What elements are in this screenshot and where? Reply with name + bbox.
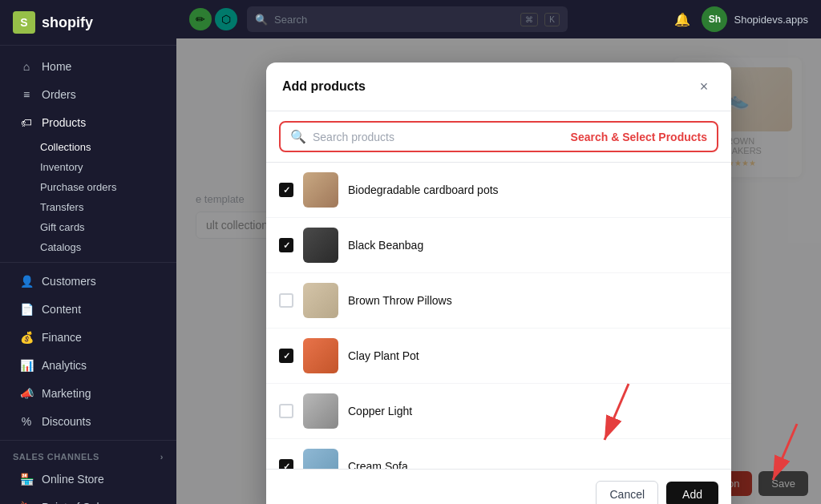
content-area: 👟 BROWNSNEAKERS ★★★★★ e template ult col… [176,38,821,504]
pos-icon: 🔖 [19,500,34,504]
sidebar-item-marketing[interactable]: 📣 Marketing [6,380,170,407]
sidebar-item-products[interactable]: 🏷 Products [6,109,170,136]
sidebar: S shopify ⌂ Home ≡ Orders 🏷 Products Col… [0,0,176,504]
product-item[interactable]: Black Beanbag [266,218,731,273]
sidebar-item-home[interactable]: ⌂ Home [6,53,170,80]
product-name: Brown Throw Pillows [348,294,452,307]
sidebar-item-finance[interactable]: 💰 Finance [6,324,170,351]
product-image [303,228,338,263]
sidebar-sub-item-catalogs[interactable]: Catalogs [34,237,176,257]
sidebar-item-content[interactable]: 📄 Content [6,296,170,323]
topbar: ✏ ⬡ 🔍 ⌘ K 🔔 Sh Shopidevs.apps [176,0,821,38]
kbd-cmd: ⌘ [520,13,538,26]
product-image [303,449,338,469]
product-image [303,393,338,429]
kbd-k: K [544,13,560,26]
search-icon: 🔍 [290,129,306,144]
product-name: Copper Light [348,405,412,417]
product-name: Black Beanbag [348,239,423,252]
topbar-search[interactable]: 🔍 ⌘ K [247,6,568,32]
modal-search-area: 🔍 Search & Select Products [266,111,731,163]
marketing-icon: 📣 [19,386,34,401]
search-icon: 🔍 [255,14,268,26]
sidebar-item-discounts[interactable]: % Discounts [6,408,170,435]
finance-label: Finance [42,331,82,344]
search-input[interactable] [274,14,514,26]
marketing-label: Marketing [42,387,91,400]
sales-channels-title: Sales channels [13,452,99,462]
modal-header: Add products × [266,62,731,111]
product-name: Clay Plant Pot [348,349,419,362]
product-image [303,338,338,373]
discounts-icon: % [19,414,34,429]
product-item[interactable]: Biodegradable cardboard pots [266,163,731,218]
add-products-modal: Add products × 🔍 Search & Select Product… [266,62,731,504]
product-image [303,172,338,208]
expand-icon[interactable]: › [160,452,164,462]
notification-icon[interactable]: 🔔 [669,6,695,32]
product-list: Biodegradable cardboard potsBlack Beanba… [266,163,731,469]
sidebar-sub-item-transfers[interactable]: Transfers [34,197,176,217]
ext-icon-green[interactable]: ✏ [189,8,212,30]
analytics-icon: 📊 [19,358,34,373]
sidebar-item-point-of-sale[interactable]: 🔖 Point of Sale [6,494,170,504]
product-name: Cream Sofa [348,460,408,469]
topbar-icons: 🔔 Sh Shopidevs.apps [669,6,808,32]
modal-footer: Cancel Add [266,469,731,504]
sidebar-sub-item-purchase-orders[interactable]: Purchase orders [34,177,176,197]
product-checkbox[interactable] [279,404,293,418]
orders-icon: ≡ [19,87,34,102]
search-select-label: Search & Select Products [571,131,707,143]
discounts-label: Discounts [42,415,91,428]
arrow-annotation-1 [580,376,645,456]
sidebar-item-customers[interactable]: 👤 Customers [6,268,170,295]
product-item[interactable]: Brown Throw Pillows [266,273,731,329]
product-item[interactable]: Clay Plant Pot [266,329,731,384]
products-icon: 🏷 [19,115,34,130]
customers-label: Customers [42,275,96,288]
sidebar-item-analytics[interactable]: 📊 Analytics [6,352,170,379]
pos-label: Point of Sale [42,501,105,504]
product-checkbox[interactable] [279,293,293,308]
modal-title: Add products [282,79,366,94]
store-name: Shopidevs.apps [734,14,808,26]
add-button[interactable]: Add [666,482,718,504]
search-box: 🔍 Search & Select Products [279,121,718,152]
finance-icon: 💰 [19,330,34,345]
product-item[interactable]: Copper Light [266,384,731,439]
analytics-label: Analytics [42,359,87,372]
ext-icon-teal[interactable]: ⬡ [215,8,237,30]
shopify-logo-icon: S [13,11,35,34]
online-store-label: Online Store [42,473,104,486]
topbar-avatar[interactable]: Sh [702,6,727,32]
shopify-logo-text: shopify [42,14,93,31]
product-name: Biodegradable cardboard pots [348,183,499,196]
online-store-icon: 🏪 [19,472,34,486]
home-label: Home [42,60,71,73]
products-label: Products [42,116,86,129]
arrow-annotation-2 [749,416,813,496]
sidebar-sub-item-gift-cards[interactable]: Gift cards [34,217,176,237]
product-checkbox[interactable] [279,349,293,363]
content-icon: 📄 [19,302,34,317]
product-checkbox[interactable] [279,238,293,252]
product-item[interactable]: Cream Sofa [266,439,731,469]
sidebar-sub-item-inventory[interactable]: Inventory [34,157,176,177]
svg-line-3 [773,424,797,480]
orders-label: Orders [42,88,76,101]
product-checkbox[interactable] [279,459,293,469]
topbar-ext-icons: ✏ ⬡ [189,8,237,30]
sidebar-sub-item-collections[interactable]: Collections [34,137,176,157]
modal-close-button[interactable]: × [693,75,715,98]
customers-icon: 👤 [19,274,34,288]
svg-line-1 [605,384,629,440]
product-image [303,283,338,318]
cancel-button[interactable]: Cancel [596,481,658,504]
product-search-input[interactable] [313,131,564,143]
main-area: ✏ ⬡ 🔍 ⌘ K 🔔 Sh Shopidevs.apps 👟 BROWNSNE… [176,0,821,504]
sidebar-logo[interactable]: S shopify [0,0,176,46]
sidebar-item-online-store[interactable]: 🏪 Online Store [6,466,170,493]
product-checkbox[interactable] [279,183,293,197]
home-icon: ⌂ [19,59,34,74]
sidebar-item-orders[interactable]: ≡ Orders [6,81,170,108]
